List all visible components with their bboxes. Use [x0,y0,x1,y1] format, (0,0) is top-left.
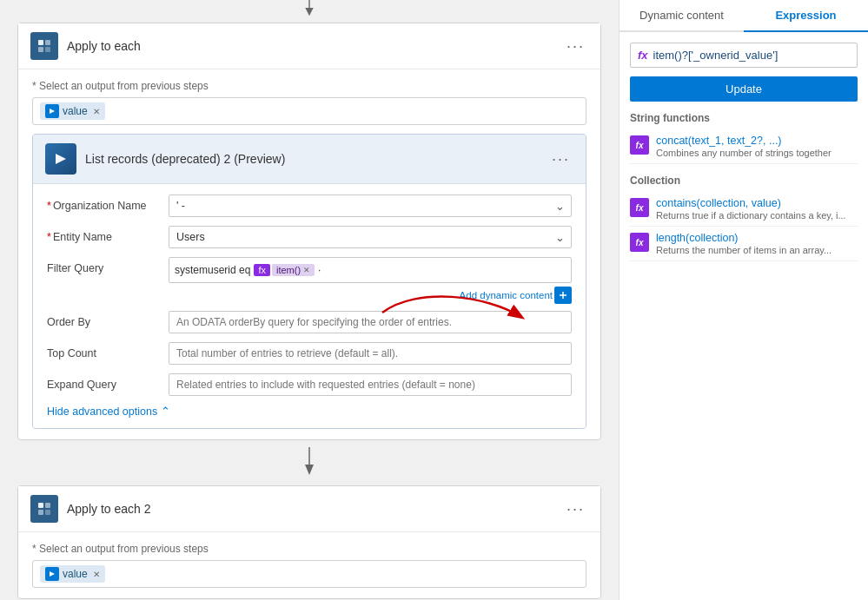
top-count-input[interactable] [169,342,572,365]
add-dynamic-btn[interactable] [554,287,572,304]
right-panel-content: fx item()?['_ownerid_value'] Update Stri… [620,32,868,600]
tab-dynamic-content[interactable]: Dynamic content [620,0,744,30]
svg-rect-2 [38,40,43,45]
fx-label-icon: fx [638,49,648,62]
entity-name-input-area: Users ⌄ [169,226,572,248]
list-records-body: *Organization Name ' - ⌄ [33,184,586,428]
string-functions-label: String functions [630,112,858,124]
svg-marker-11 [305,465,314,475]
concat-desc: Combines any number of strings together [656,148,832,158]
expand-query-label: Expand Query [47,379,169,391]
org-name-row: *Organization Name ' - ⌄ [47,195,572,217]
function-item-contains: fx contains(collection, value) Returns t… [630,192,858,227]
apply-each-2-ellipsis[interactable]: ··· [563,500,588,518]
top-count-label: Top Count [47,347,169,359]
svg-marker-6 [50,109,55,114]
fx-input-row[interactable]: fx item()?['_ownerid_value'] [630,43,858,68]
entity-name-label: *Entity Name [47,231,169,243]
filter-prefix-text: systemuserid eq [175,264,250,276]
org-name-label: *Organization Name [47,200,169,212]
svg-rect-13 [45,503,50,508]
svg-rect-5 [45,47,50,52]
svg-rect-14 [38,510,43,515]
entity-name-row: *Entity Name Users ⌄ [47,226,572,248]
filter-query-input-area[interactable]: systemuserid eq fx item() ✕ · [169,257,572,304]
apply-each-2-body: * Select an output from previous steps v… [18,532,600,598]
expression-area: fx item()?['_ownerid_value'] Update Stri… [620,32,868,272]
value-tag-row-2: value ✕ [32,560,586,588]
select-output-label-2: * Select an output from previous steps [32,543,586,555]
contains-desc: Returns true if a dictionary contains a … [656,210,846,221]
entity-name-dropdown[interactable]: Users [169,226,572,248]
filter-query-input[interactable] [321,264,566,276]
fx-badge: fx [254,264,270,276]
concat-info: concat(text_1, text_2?, ...) Combines an… [656,135,832,158]
item-tag-close[interactable]: ✕ [303,266,310,274]
svg-marker-1 [305,8,313,16]
expand-query-input[interactable] [169,373,572,396]
list-records-block: List records (deprecated) 2 (Preview) ··… [32,134,586,429]
list-records-ellipsis[interactable]: ··· [548,150,573,168]
item-tag: item() ✕ [272,264,315,276]
top-count-row: Top Count [47,342,572,365]
chevron-up-icon: ⌃ [161,405,170,418]
filter-input-row[interactable]: systemuserid eq fx item() ✕ · [169,257,572,283]
apply-each-2-header: Apply to each 2 ··· [18,486,600,532]
list-records-icon [45,143,76,175]
value-tag-icon-1 [45,104,59,118]
concat-name[interactable]: concat(text_1, text_2?, ...) [656,135,832,147]
svg-rect-4 [38,47,43,52]
apply-each-1-ellipsis[interactable]: ··· [563,37,588,56]
fx-icon-length: fx [630,233,649,252]
value-tag-text-2: value [63,568,88,580]
svg-rect-12 [38,503,43,508]
apply-each-2-icon [30,495,58,523]
top-arrow-connector [17,0,601,23]
order-by-input-area [169,311,572,333]
expand-query-row: Expand Query [47,373,572,396]
value-tag-text-1: value [63,105,88,117]
contains-info: contains(collection, value) Returns true… [656,197,846,221]
svg-rect-15 [45,510,50,515]
value-tag-1: value ✕ [40,102,105,120]
right-panel-tabs: Dynamic content Expression [620,0,868,32]
tab-expression[interactable]: Expression [744,0,868,32]
apply-each-1-body: * Select an output from previous steps v… [18,69,600,439]
apply-each-1-header: Apply to each ··· [18,23,600,69]
value-tag-close-2[interactable]: ✕ [93,570,100,579]
list-records-header: List records (deprecated) 2 (Preview) ··… [33,135,586,184]
top-count-input-area [169,342,572,365]
order-by-row: Order By [47,311,572,333]
value-tag-icon-2 [45,567,59,581]
svg-marker-16 [50,571,55,577]
apply-each-2-block: Apply to each 2 ··· * Select an output f… [17,485,601,599]
apply-each-1-title: Apply to each [67,39,563,53]
contains-name[interactable]: contains(collection, value) [656,197,846,209]
length-info: length(collection) Returns the number of… [656,232,832,255]
select-output-label-1: * Select an output from previous steps [32,80,586,92]
apply-each-2-title: Apply to each 2 [67,502,563,516]
value-tag-row-1: value ✕ [32,97,586,125]
update-button[interactable]: Update [630,76,858,102]
hide-advanced-link[interactable]: Hide advanced options ⌃ [47,405,572,418]
add-dynamic-link[interactable]: Add dynamic content [460,290,553,300]
length-desc: Returns the number of items in an array.… [656,245,832,255]
order-by-input[interactable] [169,311,572,333]
value-tag-close-1[interactable]: ✕ [93,107,100,116]
function-item-concat: fx concat(text_1, text_2?, ...) Combines… [630,129,858,164]
svg-marker-7 [56,154,66,164]
fx-icon-contains: fx [630,198,649,217]
middle-arrow-connector [17,440,601,485]
length-name[interactable]: length(collection) [656,232,832,244]
apply-each-1-icon [30,32,58,60]
org-name-dropdown[interactable]: ' - [169,195,572,217]
function-item-length: fx length(collection) Returns the number… [630,227,858,261]
fx-expression-text[interactable]: item()?['_ownerid_value'] [653,49,850,62]
org-name-input-area: ' - ⌄ [169,195,572,217]
order-by-label: Order By [47,316,169,328]
apply-each-1-block: Apply to each ··· * Select an output fro… [17,23,601,440]
value-tag-2: value ✕ [40,565,105,583]
fx-icon-concat: fx [630,135,649,155]
filter-query-row: Filter Query systemuserid eq fx item() ✕ [47,257,572,304]
collection-label: Collection [630,175,858,187]
